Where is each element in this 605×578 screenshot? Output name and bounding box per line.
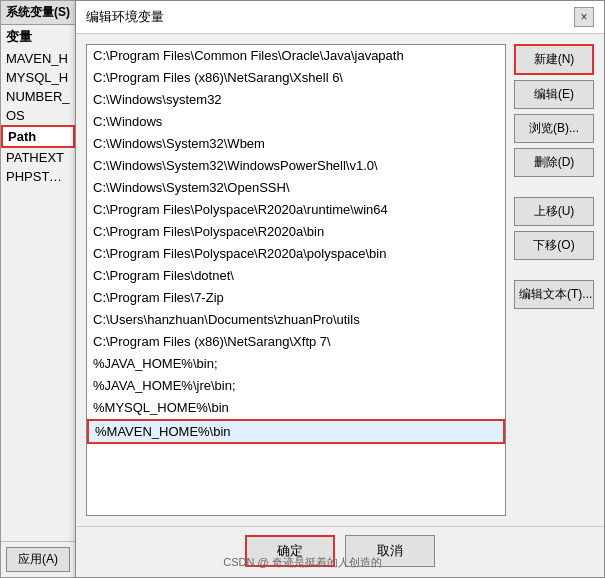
sys-var-item[interactable]: OS	[1, 106, 75, 125]
path-item[interactable]: C:\Windows\system32	[87, 89, 505, 111]
edit-env-dialog: 编辑环境变量 × C:\Program Files\Common Files\O…	[75, 0, 605, 578]
close-button[interactable]: ×	[574, 7, 594, 27]
delete-button[interactable]: 删除(D)	[514, 148, 594, 177]
sys-var-item[interactable]: PATHEXT	[1, 148, 75, 167]
dialog-title: 编辑环境变量	[86, 8, 164, 26]
sys-var-section-label: 变量	[1, 25, 75, 49]
sys-var-item[interactable]: PHPSTORM	[1, 167, 75, 186]
path-item[interactable]: C:\Program Files\7-Zip	[87, 287, 505, 309]
spacer2	[514, 265, 594, 275]
path-item[interactable]: C:\Program Files\Polyspace\R2020a\polysp…	[87, 243, 505, 265]
apply-button[interactable]: 应用(A)	[6, 547, 70, 572]
path-item[interactable]: C:\Program Files\Polyspace\R2020a\bin	[87, 221, 505, 243]
sys-var-item[interactable]: MYSQL_H	[1, 68, 75, 87]
sys-var-list: MAVEN_HMYSQL_HNUMBER_OSPathPATHEXTPHPSTO…	[1, 49, 75, 541]
sys-var-item[interactable]: MAVEN_H	[1, 49, 75, 68]
path-item[interactable]: C:\Program Files\dotnet\	[87, 265, 505, 287]
edit-button[interactable]: 编辑(E)	[514, 80, 594, 109]
path-item[interactable]: C:\Program Files (x86)\NetSarang\Xshell …	[87, 67, 505, 89]
sys-var-header[interactable]: 系统变量(S)	[1, 1, 75, 25]
path-item[interactable]: %JAVA_HOME%\bin;	[87, 353, 505, 375]
path-item[interactable]: C:\Program Files (x86)\NetSarang\Xftp 7\	[87, 331, 505, 353]
move-up-button[interactable]: 上移(U)	[514, 197, 594, 226]
path-item[interactable]: %MAVEN_HOME%\bin	[87, 419, 505, 444]
spacer	[514, 182, 594, 192]
path-item[interactable]: C:\Windows\System32\WindowsPowerShell\v1…	[87, 155, 505, 177]
sys-var-item[interactable]: Path	[1, 125, 75, 148]
path-item[interactable]: C:\Windows	[87, 111, 505, 133]
path-item[interactable]: C:\Users\hanzhuan\Documents\zhuanPro\uti…	[87, 309, 505, 331]
move-down-button[interactable]: 下移(O)	[514, 231, 594, 260]
dialog-body: C:\Program Files\Common Files\Oracle\Jav…	[76, 34, 604, 526]
path-item[interactable]: C:\Program Files\Polyspace\R2020a\runtim…	[87, 199, 505, 221]
path-item[interactable]: %MYSQL_HOME%\bin	[87, 397, 505, 419]
new-button[interactable]: 新建(N)	[514, 44, 594, 75]
edit-text-button[interactable]: 编辑文本(T)...	[514, 280, 594, 309]
buttons-panel: 新建(N) 编辑(E) 浏览(B)... 删除(D) 上移(U) 下移(O) 编…	[514, 44, 594, 516]
path-list[interactable]: C:\Program Files\Common Files\Oracle\Jav…	[86, 44, 506, 516]
path-item[interactable]: %JAVA_HOME%\jre\bin;	[87, 375, 505, 397]
path-item[interactable]: C:\Program Files\Common Files\Oracle\Jav…	[87, 45, 505, 67]
apply-btn-area: 应用(A)	[1, 541, 75, 577]
dialog-titlebar: 编辑环境变量 ×	[76, 1, 604, 34]
left-panel: 系统变量(S) 变量 MAVEN_HMYSQL_HNUMBER_OSPathPA…	[0, 0, 75, 578]
browse-button[interactable]: 浏览(B)...	[514, 114, 594, 143]
sys-var-item[interactable]: NUMBER_	[1, 87, 75, 106]
path-item[interactable]: C:\Windows\System32\Wbem	[87, 133, 505, 155]
path-item[interactable]: C:\Windows\System32\OpenSSH\	[87, 177, 505, 199]
watermark: CSDN @ 奇迹是挺着的人创造的	[223, 555, 381, 570]
